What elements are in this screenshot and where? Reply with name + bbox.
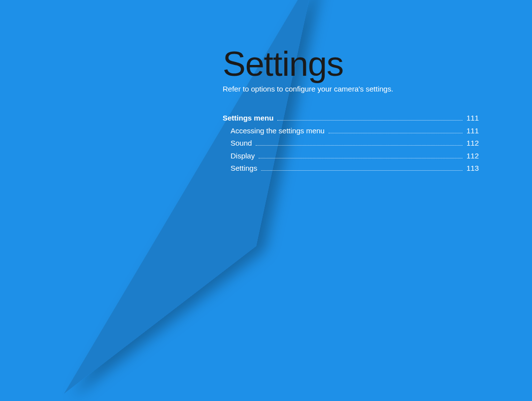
toc-label: Settings menu <box>223 112 273 124</box>
page-title: Settings <box>223 44 479 84</box>
table-of-contents: Settings menu 111 Accessing the settings… <box>223 112 479 175</box>
toc-entry[interactable]: Accessing the settings menu 111 <box>223 124 479 137</box>
toc-page: 112 <box>466 150 479 162</box>
toc-page: 111 <box>466 124 479 137</box>
toc-label: Sound <box>231 137 252 150</box>
toc-label: Settings <box>231 162 257 175</box>
toc-label: Display <box>231 150 255 162</box>
toc-entry[interactable]: Settings 113 <box>223 162 479 175</box>
toc-entry[interactable]: Display 112 <box>223 150 479 162</box>
toc-dots <box>329 133 463 133</box>
toc-entry-main[interactable]: Settings menu 111 <box>223 112 479 124</box>
toc-dots <box>256 145 463 146</box>
toc-dots <box>261 170 463 171</box>
toc-page: 111 <box>466 112 479 124</box>
page-subtitle: Refer to options to configure your camer… <box>223 85 479 93</box>
toc-label: Accessing the settings menu <box>231 124 325 137</box>
toc-entry[interactable]: Sound 112 <box>223 137 479 150</box>
toc-page: 113 <box>466 162 479 175</box>
content-block: Settings Refer to options to configure y… <box>223 44 479 175</box>
toc-dots <box>277 120 463 121</box>
toc-dots <box>259 158 463 158</box>
toc-page: 112 <box>466 137 479 150</box>
